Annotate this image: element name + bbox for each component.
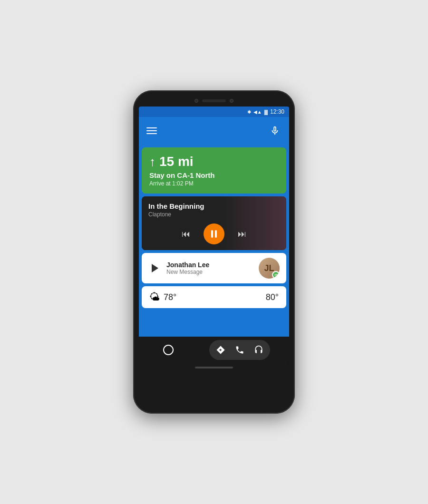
phone-button[interactable] bbox=[231, 341, 248, 359]
weather-left: 🌤 78° bbox=[149, 291, 176, 303]
music-next-button[interactable]: ⏭ bbox=[238, 229, 246, 239]
home-button[interactable] bbox=[158, 340, 178, 360]
mic-button[interactable] bbox=[268, 124, 282, 137]
content-area: ↑ 15 mi Stay on CA-1 North Arrive at 1:0… bbox=[139, 145, 289, 337]
weather-icon: 🌤 bbox=[149, 291, 160, 303]
music-card[interactable]: In the Beginning Claptone ⏮ ⏭ bbox=[142, 196, 286, 250]
pause-icon bbox=[211, 230, 217, 238]
nav-instruction: Stay on CA-1 North bbox=[149, 171, 279, 179]
app-header bbox=[139, 117, 289, 145]
weather-card[interactable]: 🌤 78° 80° bbox=[142, 286, 286, 308]
home-indicator bbox=[195, 367, 233, 368]
speaker bbox=[202, 99, 226, 102]
music-title: In the Beginning bbox=[148, 202, 280, 210]
music-prev-button[interactable]: ⏮ bbox=[182, 229, 190, 239]
phone-bottom-bar bbox=[139, 363, 289, 372]
direction-arrow-icon: ↑ bbox=[149, 155, 156, 169]
message-card[interactable]: Jonathan Lee New Message JL ✉ bbox=[142, 253, 286, 283]
nav-button-group bbox=[209, 340, 270, 360]
clock: 12:30 bbox=[270, 108, 284, 115]
music-pause-button[interactable] bbox=[204, 223, 224, 244]
current-temp: 78° bbox=[164, 292, 176, 302]
phone-top-bar bbox=[139, 96, 289, 107]
music-content: In the Beginning Claptone ⏮ ⏭ bbox=[148, 202, 280, 244]
music-controls: ⏮ ⏭ bbox=[148, 223, 280, 244]
navigation-card[interactable]: ↑ 15 mi Stay on CA-1 North Arrive at 1:0… bbox=[142, 147, 286, 194]
bluetooth-icon: ✱ bbox=[247, 109, 251, 115]
battery-icon: ▓ bbox=[264, 109, 268, 115]
menu-button[interactable] bbox=[146, 127, 157, 134]
camera bbox=[195, 99, 198, 103]
signal-icon: ◀▲ bbox=[253, 109, 262, 115]
headphones-button[interactable] bbox=[250, 341, 267, 359]
bottom-navigation bbox=[139, 337, 289, 363]
sender-name: Jonathan Lee bbox=[166, 261, 254, 269]
home-circle-icon bbox=[163, 345, 174, 355]
message-play-button[interactable] bbox=[148, 262, 162, 275]
contact-avatar: JL ✉ bbox=[259, 258, 280, 279]
nav-distance-row: ↑ 15 mi bbox=[149, 154, 279, 169]
nav-arrival-time: Arrive at 1:02 PM bbox=[149, 180, 279, 187]
high-temp: 80° bbox=[266, 292, 279, 302]
camera-2 bbox=[230, 99, 233, 103]
message-badge-icon: ✉ bbox=[272, 271, 280, 279]
phone-screen: ✱ ◀▲ ▓ 12:30 ↑ 15 mi bbox=[139, 107, 289, 363]
status-bar: ✱ ◀▲ ▓ 12:30 bbox=[139, 107, 289, 117]
mic-icon bbox=[270, 126, 280, 136]
music-artist: Claptone bbox=[148, 211, 280, 218]
directions-button[interactable] bbox=[212, 341, 229, 359]
message-type: New Message bbox=[166, 269, 254, 275]
phone-device: ✱ ◀▲ ▓ 12:30 ↑ 15 mi bbox=[133, 90, 295, 414]
play-triangle-icon bbox=[152, 264, 158, 272]
message-text-area: Jonathan Lee New Message bbox=[166, 261, 254, 275]
distance-value: 15 mi bbox=[159, 154, 194, 169]
